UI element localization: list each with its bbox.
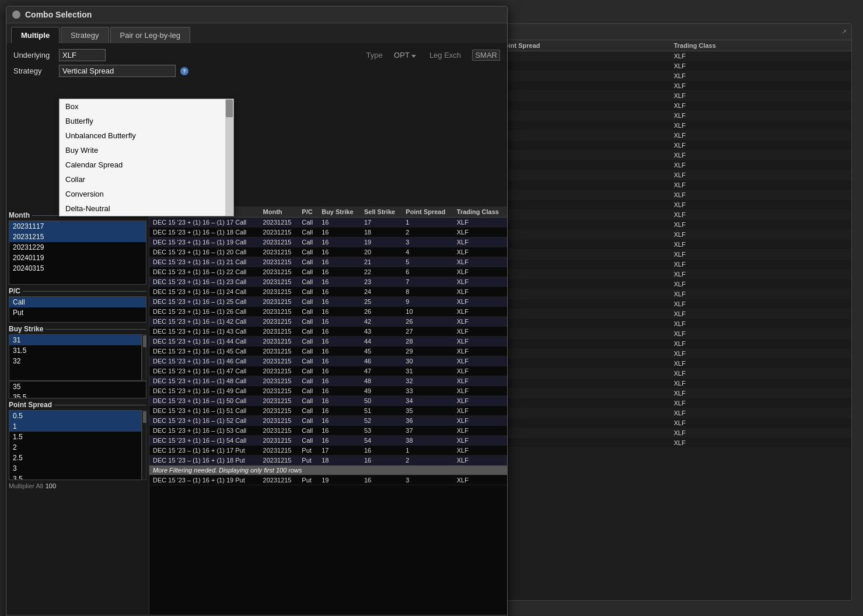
table-row[interactable]: DEC 15 '23 + (1) 16 – (1) 48 Call 202312… (149, 376, 507, 386)
pc-listbox[interactable]: Call Put (9, 296, 146, 323)
table-row[interactable]: DEC 15 '23 + (1) 16 – (1) 24 Call 202312… (149, 287, 507, 297)
table-row[interactable]: DEC 15 '23 + (1) 16 – (1) 50 Call 202312… (149, 396, 507, 406)
cell-desc: DEC 15 '23 + (1) 16 – (1) 53 Call (149, 426, 260, 436)
cell-pc: Call (298, 386, 318, 396)
pc-item-call[interactable]: Call (9, 297, 146, 307)
table-row[interactable]: DEC 15 '23 + (1) 16 – (1) 22 Call 202312… (149, 267, 507, 277)
table-row[interactable]: DEC 15 '23 + (1) 16 – (1) 46 Call 202312… (149, 356, 507, 366)
table-row[interactable]: DEC 15 '23 + (1) 16 – (1) 25 Call 202312… (149, 297, 507, 307)
pc-item-put[interactable]: Put (9, 307, 146, 318)
table-row[interactable]: DEC 15 '23 + (1) 16 – (1) 44 Call 202312… (149, 337, 507, 346)
ps-item-6[interactable]: 3.5 (9, 474, 141, 480)
month-item-0[interactable]: 20231117 (9, 221, 146, 232)
ps-item-0[interactable]: 0.5 (9, 411, 141, 421)
table-row[interactable]: DEC 15 '23 + (1) 16 – (1) 52 Call 202312… (149, 416, 507, 426)
table-row[interactable]: DEC 15 '23 + (1) 16 – (1) 19 Call 202312… (149, 237, 507, 247)
bg-cell-class: XLF (669, 260, 851, 270)
month-item-2[interactable]: 20231229 (9, 242, 146, 253)
cell-sell: 24 (361, 287, 402, 297)
buy-strike-listbox[interactable]: 31 31.5 32 (9, 334, 142, 381)
cell-class: XLF (453, 346, 507, 356)
cell-month: 20231215 (260, 297, 299, 307)
cell-sell: 26 (361, 307, 402, 317)
table-row[interactable]: DEC 15 '23 + (1) 16 – (1) 49 Call 202312… (149, 386, 507, 396)
table-row[interactable]: DEC 15 '23 + (1) 16 – (1) 47 Call 202312… (149, 366, 507, 376)
cell-sell: 21 (361, 257, 402, 267)
tooltip-text: More Filtering needed. Displaying only f… (149, 466, 507, 475)
table-row[interactable]: DEC 15 '23 + (1) 16 – (1) 45 Call 202312… (149, 346, 507, 356)
cell-spread: 33 (402, 386, 453, 396)
bg-cell-spread: 27 (496, 309, 669, 319)
tab-multiple[interactable]: Multiple (11, 27, 60, 43)
ps-item-1[interactable]: 1 (9, 421, 141, 432)
cell-desc: DEC 15 '23 + (1) 16 – (1) 43 Call (149, 327, 260, 337)
dropdown-scrollbar[interactable] (225, 99, 233, 216)
month-item-3[interactable]: 20240119 (9, 253, 146, 263)
dropdown-item-conversion[interactable]: Conversion (60, 187, 233, 201)
table-row[interactable]: DEC 15 '23 + (1) 16 – (1) 43 Call 202312… (149, 327, 507, 337)
cell-desc: DEC 15 '23 + (1) 16 – (1) 25 Call (149, 297, 260, 307)
cell-desc: DEC 15 '23 + (1) 16 – (1) 24 Call (149, 287, 260, 297)
table-row[interactable]: DEC 15 '23 + (1) 16 – (1) 26 Call 202312… (149, 307, 507, 317)
buy-strike-more-1[interactable]: 35.5 (9, 392, 146, 398)
dropdown-item-buy-write[interactable]: Buy Write (60, 143, 233, 158)
ps-item-5[interactable]: 3 (9, 463, 141, 474)
underlying-input[interactable] (59, 49, 106, 61)
leg-exch-value: SMAR (472, 50, 500, 61)
table-row[interactable]: DEC 15 '23 + (1) 16 – (1) 20 Call 202312… (149, 247, 507, 257)
info-icon[interactable]: ? (180, 67, 188, 75)
month-item-4[interactable]: 20240315 (9, 263, 146, 274)
bg-cell-class: XLF (669, 369, 851, 379)
right-table-wrapper[interactable]: Month P/C Buy Strike Sell Strike Point S… (149, 206, 507, 615)
dropdown-item-collar[interactable]: Collar (60, 172, 233, 187)
bg-cell-spread: 40 (496, 438, 669, 448)
bg-cell-class: XLF (669, 81, 851, 91)
table-row[interactable]: DEC 15 '23 + (1) 16 – (1) 51 Call 202312… (149, 406, 507, 416)
cell-sell: 23 (361, 277, 402, 287)
tab-strategy[interactable]: Strategy (61, 27, 109, 43)
cell-sell: 43 (361, 327, 402, 337)
table-row[interactable]: DEC 15 '23 + (1) 16 – (1) 42 Call 202312… (149, 317, 507, 327)
bg-cell-spread: 7 (496, 111, 669, 121)
table-row[interactable]: DEC 15 '23 – (1) 16 + (1) 17 Put 2023121… (149, 446, 507, 456)
strategy-select[interactable]: Vertical Spread Box Butterfly Unbalanced… (59, 65, 176, 77)
close-button[interactable] (12, 10, 20, 19)
table-row[interactable]: DEC 15 '23 + (1) 16 – (1) 23 Call 202312… (149, 277, 507, 287)
point-spread-scrollbar[interactable] (142, 410, 146, 480)
buy-strike-more-listbox[interactable]: 35 35.5 (9, 381, 146, 398)
buy-strike-more-0[interactable]: 35 (9, 382, 146, 392)
cell-pc: Call (298, 426, 318, 436)
cell-month: 20231215 (260, 416, 299, 426)
buy-strike-item-2[interactable]: 32 (9, 356, 141, 366)
dropdown-item-unbalanced-butterfly[interactable]: Unbalanced Butterfly (60, 128, 233, 143)
buy-strike-item-0[interactable]: 31 (9, 335, 141, 345)
cell-sell: 44 (361, 337, 402, 346)
ps-item-3[interactable]: 2 (9, 442, 141, 453)
buy-strike-scrollbar[interactable] (142, 334, 146, 381)
cell-month: 20231215 (260, 456, 299, 466)
dropdown-item-delta-neutral[interactable]: Delta-Neutral (60, 201, 233, 216)
dropdown-item-box[interactable]: Box (60, 99, 233, 114)
table-row[interactable]: DEC 15 '23 – (1) 16 + (1) 18 Put 2023121… (149, 456, 507, 466)
bg-cell-class: XLF (669, 71, 851, 81)
ps-item-2[interactable]: 1.5 (9, 432, 141, 442)
cell-desc: DEC 15 '23 + (1) 16 – (1) 21 Call (149, 257, 260, 267)
ps-item-4[interactable]: 2.5 (9, 453, 141, 463)
point-spread-listbox[interactable]: 0.5 1 1.5 2 2.5 3 3.5 4 4.5 5 5.5 6 (9, 410, 142, 480)
cell-class: XLF (453, 406, 507, 416)
cell-sell: 16 (361, 475, 402, 485)
dropdown-item-butterfly[interactable]: Butterfly (60, 114, 233, 128)
dropdown-item-calendar-spread[interactable]: Calendar Spread (60, 158, 233, 172)
month-listbox[interactable]: 20231117 20231215 20231229 20240119 2024… (9, 220, 146, 285)
bg-cell-spread: 17 (496, 210, 669, 220)
tab-pair-or-leg[interactable]: Pair or Leg-by-leg (110, 27, 190, 43)
table-row[interactable]: DEC 15 '23 + (1) 16 – (1) 21 Call 202312… (149, 257, 507, 267)
buy-strike-item-1[interactable]: 31.5 (9, 345, 141, 356)
table-row[interactable]: DEC 15 '23 – (1) 16 + (1) 19 Put 2023121… (149, 475, 507, 485)
table-row[interactable]: DEC 15 '23 + (1) 16 – (1) 53 Call 202312… (149, 426, 507, 436)
table-row[interactable]: DEC 15 '23 + (1) 16 – (1) 18 Call 202312… (149, 228, 507, 237)
table-row[interactable]: DEC 15 '23 + (1) 16 – (1) 54 Call 202312… (149, 436, 507, 446)
month-item-1[interactable]: 20231215 (9, 232, 146, 242)
multiplier-row: Multiplier All 100 (9, 482, 146, 489)
table-row[interactable]: DEC 15 '23 + (1) 16 – (1) 17 Call 202312… (149, 218, 507, 228)
